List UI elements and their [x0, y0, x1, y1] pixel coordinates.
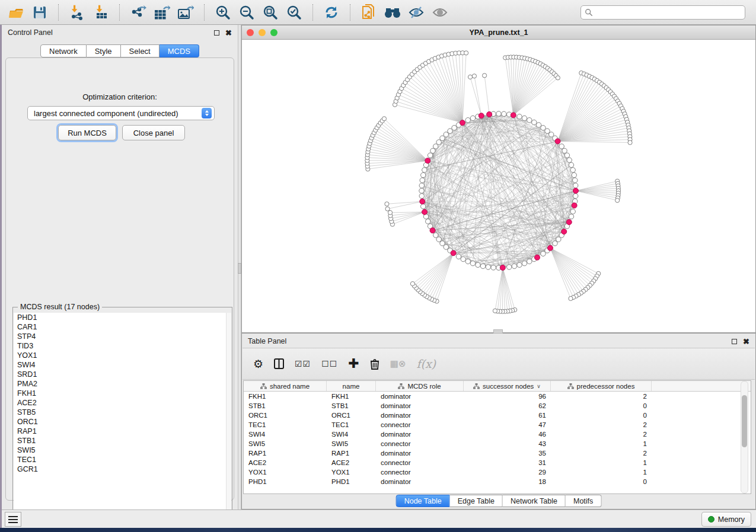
ring-node[interactable] [422, 168, 427, 172]
mcds-result-item[interactable]: PMA2 [14, 379, 231, 389]
column-header-predecessor-nodes[interactable]: predecessor nodes [551, 381, 652, 391]
leaf-node[interactable] [468, 75, 472, 79]
delete-table-icon[interactable]: ▦⊗ [390, 358, 406, 369]
table-row[interactable]: SWI5SWI5connector431 [244, 439, 751, 448]
ring-node[interactable] [545, 129, 550, 133]
deselect-all-icon[interactable]: ☐☐ [321, 359, 337, 368]
function-builder-icon[interactable]: f(x) [416, 357, 436, 370]
mcds-hub-node[interactable] [479, 113, 484, 118]
ring-node[interactable] [426, 219, 430, 224]
export-image-button[interactable] [176, 3, 196, 22]
mcds-result-item[interactable]: CAR1 [14, 322, 231, 332]
close-panel-icon[interactable]: ✖ [225, 29, 232, 37]
ring-node[interactable] [572, 172, 576, 177]
ring-node[interactable] [433, 144, 438, 149]
mcds-hub-node[interactable] [572, 203, 577, 208]
table-row[interactable]: YOX1YOX1connector291 [244, 467, 751, 477]
zoom-in-button[interactable] [213, 3, 233, 22]
table-row[interactable]: SWI4SWI4dominator462 [244, 430, 751, 439]
tab-node-table[interactable]: Node Table [396, 495, 450, 507]
zoom-selected-button[interactable] [284, 3, 304, 22]
zoom-fit-button[interactable] [260, 3, 280, 22]
ring-node[interactable] [421, 204, 426, 209]
export-network-button[interactable] [128, 3, 148, 22]
tab-network-table[interactable]: Network Table [503, 495, 566, 507]
ring-node[interactable] [421, 172, 426, 177]
float-panel-icon[interactable] [732, 339, 737, 344]
ring-node[interactable] [496, 111, 501, 116]
table-row[interactable]: PHD1PHD1dominator180 [244, 477, 751, 486]
close-panel-button[interactable]: Close panel [122, 125, 185, 140]
leaf-node[interactable] [615, 198, 620, 203]
ring-node[interactable] [461, 257, 465, 261]
mcds-result-item[interactable]: PHD1 [14, 313, 231, 322]
ring-node[interactable] [522, 261, 527, 265]
delete-trash-icon[interactable] [370, 358, 379, 370]
leaf-node[interactable] [556, 76, 560, 80]
mcds-result-item[interactable]: ACE2 [14, 398, 231, 408]
mcds-result-item[interactable]: FKH1 [14, 389, 231, 398]
ring-node[interactable] [507, 265, 512, 270]
ring-node[interactable] [430, 148, 435, 153]
mcds-result-item[interactable]: STB1 [14, 436, 231, 446]
leaf-node[interactable] [472, 74, 476, 78]
network-window-titlebar[interactable]: YPA_prune.txt_1 [242, 25, 755, 40]
mcds-hub-node[interactable] [487, 111, 492, 117]
ring-node[interactable] [502, 111, 506, 116]
leaf-node[interactable] [464, 51, 468, 55]
ring-node[interactable] [573, 194, 578, 198]
mcds-result-item[interactable]: TID3 [14, 341, 231, 351]
ring-node[interactable] [444, 245, 448, 249]
table-row[interactable]: FKH1FKH1dominator962 [244, 392, 751, 401]
ring-node[interactable] [567, 158, 572, 162]
network-canvas[interactable] [242, 40, 755, 332]
tab-edge-table[interactable]: Edge Table [450, 495, 503, 507]
ring-node[interactable] [480, 264, 485, 268]
ring-node[interactable] [522, 116, 527, 120]
ring-node[interactable] [527, 118, 532, 123]
share-document-button[interactable] [359, 3, 379, 22]
leaf-node[interactable] [388, 210, 392, 214]
ring-node[interactable] [486, 265, 490, 270]
ring-node[interactable] [570, 168, 575, 172]
ring-node[interactable] [573, 178, 578, 182]
criterion-dropdown[interactable]: largest connected component (undirected) [27, 106, 215, 120]
import-network-button[interactable] [67, 3, 87, 22]
ring-node[interactable] [448, 129, 452, 133]
memory-button[interactable]: Memory [701, 512, 751, 527]
ring-node[interactable] [428, 153, 432, 158]
mcds-hub-node[interactable] [511, 113, 516, 118]
ring-node[interactable] [556, 237, 561, 242]
table-scrollbar[interactable] [741, 381, 748, 493]
tab-motifs[interactable]: Motifs [566, 495, 601, 507]
mcds-list-scrollbar[interactable] [226, 313, 231, 527]
mcds-hub-node[interactable] [573, 188, 579, 194]
ring-node[interactable] [456, 254, 461, 259]
ring-node[interactable] [527, 259, 532, 264]
open-file-button[interactable] [6, 3, 26, 22]
mcds-result-item[interactable]: YOX1 [14, 351, 231, 360]
mcds-hub-node[interactable] [535, 255, 540, 260]
mcds-result-item[interactable]: TEC1 [14, 455, 231, 464]
ring-node[interactable] [541, 251, 546, 256]
show-panels-button[interactable] [430, 3, 450, 22]
leaf-node[interactable] [569, 296, 573, 300]
apply-layout-button[interactable] [321, 3, 342, 22]
hide-panels-button[interactable] [406, 3, 426, 22]
mcds-hub-node[interactable] [555, 139, 560, 144]
mcds-hub-node[interactable] [547, 245, 553, 251]
column-header-shared-name[interactable]: shared name [244, 381, 327, 391]
node-table[interactable]: shared namenameMCDS rolesuccessor nodes∨… [243, 380, 751, 494]
mcds-hub-node[interactable] [430, 227, 435, 233]
ring-node[interactable] [541, 126, 546, 130]
leaf-node[interactable] [493, 309, 497, 313]
leaf-node[interactable] [385, 207, 390, 211]
mcds-hub-node[interactable] [562, 229, 567, 234]
toolbar-search-field[interactable] [580, 5, 745, 20]
mcds-hub-node[interactable] [500, 265, 505, 270]
ring-node[interactable] [536, 123, 541, 127]
mcds-result-item[interactable]: ORC1 [14, 417, 231, 427]
mcds-hub-node[interactable] [420, 199, 425, 204]
ring-node[interactable] [517, 114, 522, 119]
tab-select[interactable]: Select [121, 44, 160, 57]
